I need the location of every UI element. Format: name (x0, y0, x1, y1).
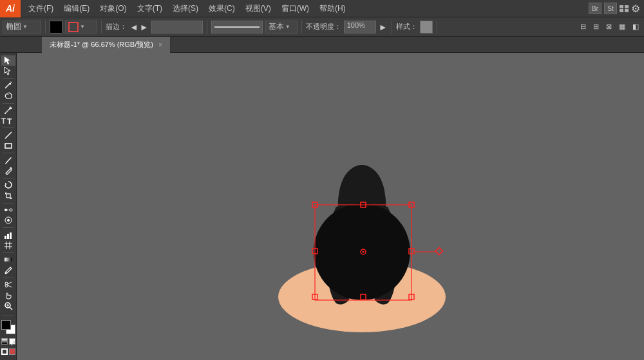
shape-selector[interactable]: 椭圆 ▼ (3, 21, 41, 33)
style-label: 样式： (396, 22, 417, 32)
selection-tool[interactable] (1, 55, 15, 66)
lasso-tool[interactable] (1, 91, 15, 101)
pathfinder-icon[interactable]: ⊠ (603, 20, 614, 34)
tool-sep-4 (3, 153, 14, 153)
menu-text[interactable]: 文字(T) (132, 0, 167, 17)
rotate-tool[interactable] (1, 180, 15, 191)
tb-sep-3 (207, 21, 207, 33)
svg-point-11 (10, 209, 12, 211)
app-logo: Ai (0, 0, 21, 17)
align-icon[interactable]: ⊟ (578, 20, 589, 34)
rect-tool[interactable] (1, 141, 15, 151)
column-graph-tool[interactable] (1, 230, 15, 240)
chart-icon[interactable]: ▦ (616, 20, 628, 34)
color-swatches[interactable] (1, 320, 15, 334)
none-color[interactable] (1, 338, 8, 345)
line-style-arrow: ▼ (285, 24, 290, 30)
stroke-indicator[interactable] (9, 348, 15, 355)
stroke-color[interactable]: ▼ (65, 21, 97, 33)
svg-rect-16 (7, 234, 9, 239)
stroke-increase[interactable]: ► (140, 22, 149, 32)
bridge-icon[interactable]: Br (589, 3, 601, 14)
foreground-color-swatch[interactable] (1, 320, 11, 330)
menu-object[interactable]: 对象(O) (95, 0, 131, 17)
tool-sep-8 (3, 252, 14, 253)
svg-point-34 (314, 204, 410, 300)
stroke-decrease[interactable]: ◄ (129, 22, 138, 32)
main-area: T T (0, 53, 644, 360)
tool-sep-6 (3, 203, 14, 204)
menu-select[interactable]: 选择(S) (167, 0, 204, 17)
magic-wand-tool[interactable] (1, 81, 15, 91)
menu-help[interactable]: 帮助(H) (314, 0, 351, 17)
tb-sep-2 (101, 21, 102, 33)
pencil-tool[interactable] (1, 166, 15, 176)
tool-sep-5 (3, 178, 14, 178)
type-tool[interactable]: T T (1, 116, 15, 126)
left-toolbar: T T (0, 53, 17, 360)
eyedropper-tool[interactable] (1, 265, 15, 276)
shape-label: 椭圆 (6, 21, 21, 32)
style-color[interactable] (420, 21, 433, 33)
menu-window[interactable]: 窗口(W) (276, 0, 314, 17)
menu-edit[interactable]: 编辑(E) (59, 0, 95, 17)
fill-indicator[interactable] (1, 348, 8, 355)
fill-color[interactable] (50, 21, 62, 33)
svg-rect-7 (6, 194, 10, 198)
line-style-selector[interactable]: 基本 ▼ (265, 21, 298, 33)
menu-effect[interactable]: 效果(C) (204, 0, 240, 17)
tb-sep-1 (45, 21, 46, 33)
mesh-tool[interactable] (1, 240, 15, 251)
transform-icon[interactable]: ⊞ (591, 20, 601, 34)
tool-sep-2 (3, 103, 14, 104)
stroke-value-input[interactable] (151, 21, 203, 33)
stroke-controls: ◄ ► (129, 22, 149, 32)
canvas-area[interactable] (17, 53, 644, 360)
shape-dropdown-arrow: ▼ (23, 24, 28, 30)
tab-close-button[interactable]: × (158, 41, 162, 48)
tool-sep-9 (3, 278, 14, 278)
hand-tool[interactable] (1, 290, 15, 301)
workspace-switcher[interactable] (620, 5, 629, 12)
blend-tool[interactable] (1, 205, 15, 215)
svg-text:T: T (7, 117, 12, 126)
line-style-preview (211, 21, 263, 33)
tb-sep-5 (392, 21, 392, 33)
menu-view[interactable]: 视图(V) (240, 0, 276, 17)
stock-icon[interactable]: St (604, 3, 617, 14)
options-toolbar: 椭圆 ▼ ▼ 描边： ◄ ► 基本 ▼ 不透明度： 100% ► 样式： ⊟ ⊞… (0, 17, 644, 37)
tool-sep-7 (3, 227, 14, 228)
document-tab[interactable]: 未标题-1* @ 66.67% (RGB/预览) × (42, 37, 171, 53)
swap-colors[interactable]: ↗ (9, 338, 15, 345)
svg-line-0 (5, 83, 10, 88)
svg-line-26 (8, 282, 12, 284)
stroke-arrow: ▼ (80, 24, 85, 30)
line-tool[interactable] (1, 130, 15, 140)
svg-marker-6 (5, 183, 7, 185)
menu-file[interactable]: 文件(F) (23, 0, 59, 17)
color-area: ↗ (1, 312, 15, 357)
opacity-arrow[interactable]: ► (379, 22, 388, 32)
app-icon: ⚙ (631, 3, 640, 15)
svg-point-23 (5, 272, 6, 274)
scale-tool[interactable] (1, 191, 15, 201)
zoom-tool[interactable] (1, 301, 15, 311)
shape-tools-icon[interactable]: ◧ (630, 20, 641, 34)
opacity-input[interactable]: 100% (344, 21, 376, 33)
tb-sep-4 (301, 21, 302, 33)
paintbrush-tool[interactable] (1, 155, 15, 166)
pen-tool[interactable] (1, 105, 15, 115)
gradient-tool[interactable] (1, 255, 15, 265)
svg-rect-15 (5, 236, 6, 239)
symbol-tool[interactable] (1, 216, 15, 226)
svg-rect-22 (5, 258, 12, 261)
menu-items: 文件(F) 编辑(E) 对象(O) 文字(T) 选择(S) 效果(C) 视图(V… (21, 0, 351, 17)
scissors-tool[interactable] (1, 279, 15, 290)
svg-point-10 (5, 209, 7, 211)
line-style-label: 基本 (269, 21, 284, 32)
svg-line-27 (8, 285, 12, 287)
menu-bar: Ai 文件(F) 编辑(E) 对象(O) 文字(T) 选择(S) 效果(C) 视… (0, 0, 644, 17)
direct-selection-tool[interactable] (1, 66, 15, 77)
svg-point-14 (7, 219, 10, 222)
tb-sep-6 (437, 21, 437, 33)
